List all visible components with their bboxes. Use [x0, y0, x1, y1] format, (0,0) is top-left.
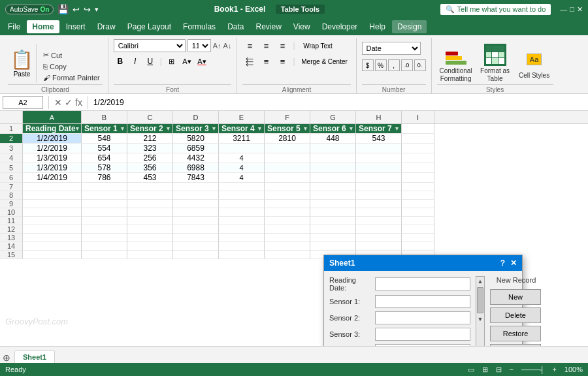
align-top-right-button[interactable]: ≡	[275, 39, 289, 52]
zoom-out-icon[interactable]: −	[510, 366, 514, 373]
cell-2-c[interactable]: 212	[127, 134, 173, 144]
normal-view-icon[interactable]: ▭	[468, 366, 474, 374]
cell-5-d[interactable]: 6988	[173, 163, 219, 173]
cell-4-b[interactable]: 654	[82, 153, 127, 163]
cell-1-i[interactable]	[402, 124, 434, 134]
header-cell-sensor3[interactable]: Sensor 3 ▾	[173, 124, 219, 134]
cell-4-c[interactable]: 256	[127, 153, 173, 163]
cell-styles-button[interactable]: Aa Cell Styles	[515, 44, 553, 83]
cell-2-b[interactable]: 548	[82, 134, 127, 144]
cell-6-c[interactable]: 453	[127, 173, 173, 183]
header-cell-sensor4[interactable]: Sensor 4 ▾	[219, 124, 265, 134]
menu-design[interactable]: Design	[392, 20, 427, 33]
cell-2-e[interactable]: 3211	[219, 134, 265, 144]
confirm-formula-icon[interactable]: ✓	[65, 97, 73, 108]
menu-developer[interactable]: Developer	[317, 20, 363, 33]
redo-icon[interactable]: ↪	[84, 5, 91, 14]
menu-view[interactable]: View	[288, 20, 316, 33]
cell-4-e[interactable]: 4	[219, 153, 265, 163]
dialog-scrollbar[interactable]: ▲ ▼	[476, 276, 485, 346]
cell-4-f[interactable]	[265, 153, 310, 163]
dialog-input-sensor4[interactable]	[375, 344, 470, 346]
col-header-i[interactable]: I	[402, 111, 434, 123]
menu-home[interactable]: Home	[27, 20, 59, 33]
align-center-button[interactable]: ≡	[259, 55, 273, 68]
cell-3-f[interactable]	[265, 144, 310, 153]
cell-6-e[interactable]: 4	[219, 173, 265, 183]
cell-5-e[interactable]: 4	[219, 163, 265, 173]
dialog-input-sensor2[interactable]	[375, 311, 470, 324]
autosave-toggle[interactable]: AutoSave On	[5, 5, 54, 14]
cell-2-i[interactable]	[402, 134, 434, 144]
header-cell-reading-date[interactable]: Reading Date ▾	[23, 124, 82, 134]
scroll-up-arrow[interactable]: ▲	[476, 277, 485, 286]
scroll-thumb[interactable]	[477, 287, 483, 313]
cell-3-b[interactable]: 554	[82, 144, 127, 153]
cell-6-a[interactable]: 1/4/2019	[23, 173, 82, 183]
menu-draw[interactable]: Draw	[92, 20, 121, 33]
menu-help[interactable]: Help	[364, 20, 391, 33]
menu-formulas[interactable]: Formulas	[178, 20, 221, 33]
menu-data[interactable]: Data	[222, 20, 249, 33]
dialog-find-prev-button[interactable]: Find Prev	[490, 344, 541, 346]
header-cell-sensor6[interactable]: Sensor 6 ▾	[310, 124, 356, 134]
col-header-a[interactable]: A	[23, 111, 82, 123]
cell-7-c[interactable]	[127, 183, 173, 191]
header-cell-sensor2[interactable]: Sensor 2 ▾	[127, 124, 173, 134]
save-icon[interactable]: 💾	[57, 4, 69, 14]
cell-2-h[interactable]: 543	[356, 134, 402, 144]
page-layout-icon[interactable]: ⊞	[482, 366, 488, 374]
minimize-btn[interactable]: —	[560, 5, 567, 13]
zoom-in-icon[interactable]: +	[552, 366, 556, 373]
paste-button[interactable]: 📋 Paste	[8, 44, 37, 83]
dialog-new-button[interactable]: New	[490, 289, 541, 305]
cut-button[interactable]: ✂ Cut	[41, 50, 103, 61]
name-box[interactable]: A2	[3, 96, 43, 109]
cell-4-h[interactable]	[356, 153, 402, 163]
cell-6-f[interactable]	[265, 173, 310, 183]
header-cell-sensor5[interactable]: Sensor 5 ▾	[265, 124, 310, 134]
cell-5-b[interactable]: 578	[82, 163, 127, 173]
format-painter-button[interactable]: 🖌 Format Painter	[41, 72, 103, 83]
number-format-select[interactable]: Date	[362, 42, 421, 55]
cell-7-g[interactable]	[310, 183, 356, 191]
font-color-button[interactable]: A▾	[195, 55, 208, 68]
cell-5-a[interactable]: 1/3/2019	[23, 163, 82, 173]
header-cell-sensor1[interactable]: Sensor 1 ▾	[82, 124, 127, 134]
percent-button[interactable]: %	[375, 59, 387, 71]
fill-color-button[interactable]: A▾	[180, 55, 193, 68]
dialog-close-icon[interactable]: ✕	[510, 258, 517, 268]
cell-3-e[interactable]	[219, 144, 265, 153]
cell-5-c[interactable]: 356	[127, 163, 173, 173]
cell-3-d[interactable]: 6859	[173, 144, 219, 153]
search-box[interactable]: 🔍 Tell me what you want to do	[440, 4, 551, 15]
zoom-slider[interactable]: ────┤	[521, 366, 544, 373]
dialog-restore-button[interactable]: Restore	[490, 326, 541, 341]
cell-7-d[interactable]	[173, 183, 219, 191]
border-button[interactable]: ⊞	[165, 55, 178, 68]
cell-3-a[interactable]: 1/2/2019	[23, 144, 82, 153]
align-top-center-button[interactable]: ≡	[259, 39, 273, 52]
merge-center-button[interactable]: Merge & Center	[299, 55, 351, 68]
col-header-d[interactable]: D	[173, 111, 219, 123]
cell-4-d[interactable]: 4432	[173, 153, 219, 163]
cell-3-i[interactable]	[402, 144, 434, 153]
undo-icon[interactable]: ↩	[73, 5, 80, 14]
cell-6-i[interactable]	[402, 173, 434, 183]
sheet-tab-sheet1[interactable]: Sheet1	[14, 351, 55, 363]
col-header-e[interactable]: E	[219, 111, 265, 123]
italic-button[interactable]: I	[129, 55, 142, 68]
cell-5-f[interactable]	[265, 163, 310, 173]
dialog-input-reading-date[interactable]	[375, 277, 470, 290]
col-header-h[interactable]: H	[356, 111, 402, 123]
col-header-b[interactable]: B	[82, 111, 127, 123]
customize-icon[interactable]: ▾	[95, 5, 99, 14]
cell-5-i[interactable]	[402, 163, 434, 173]
dialog-input-sensor1[interactable]	[375, 295, 470, 308]
increase-decimal-button[interactable]: .0	[401, 59, 413, 71]
add-sheet-button[interactable]: ⊕	[3, 352, 10, 363]
col-header-c[interactable]: C	[127, 111, 173, 123]
cell-7-a[interactable]	[23, 183, 82, 191]
menu-review[interactable]: Review	[250, 20, 286, 33]
cell-4-g[interactable]	[310, 153, 356, 163]
